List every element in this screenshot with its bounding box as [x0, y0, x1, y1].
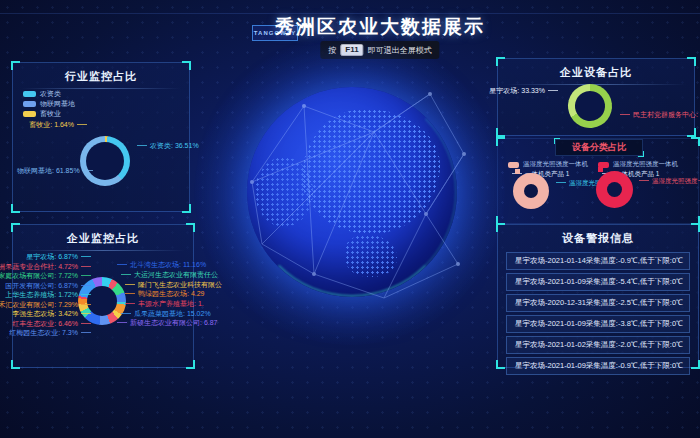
- legend-label: 温湿度光照强度一体机: [613, 160, 678, 169]
- chart-callout: 大运河生态农业有限责任公: [121, 271, 218, 279]
- legend-swatch: [23, 101, 36, 107]
- legend-label: 农资类: [40, 89, 61, 99]
- alarm-row: 星宇农场-2020-12-31采集温度:-2.5℃,低于下限:0℃: [506, 294, 690, 312]
- ring-notch: [598, 167, 603, 172]
- chart-callout: 物联网基地: 61.85%: [17, 167, 93, 175]
- corner-accent: [496, 137, 505, 146]
- page-title: 秀洲区农业大数据展示: [275, 14, 485, 40]
- legend-swatch: [508, 162, 519, 168]
- panel-title: 企业监控占比: [13, 231, 193, 246]
- panel-enterprise-monitor-ratio: 企业监控占比 星宇农场: 6.87% 秀洲果蔬专业合作社: 4.72% 家庭农场…: [12, 224, 194, 368]
- chart-callout: 中禾汇农业有限公司: 7.29%: [0, 301, 91, 309]
- corner-accent: [496, 223, 505, 232]
- donut-hole: [570, 86, 611, 127]
- legend-label: 温湿度光照强度一体机: [523, 160, 588, 169]
- alarm-row: 星宇农场-2021-01-14采集温度:-0.9℃,低于下限:0℃: [506, 252, 690, 270]
- alarm-list: 星宇农场-2021-01-14采集温度:-0.9℃,低于下限:0℃ 星宇农场-2…: [498, 252, 698, 375]
- chart-callout: 星宇农场: 33.33%: [489, 87, 558, 95]
- chart-callout: 秀洲果蔬专业合作社: 4.72%: [0, 263, 91, 271]
- legend-swatch: [23, 91, 36, 97]
- legend-item[interactable]: 物联网基地: [23, 99, 75, 109]
- chart-callout: 丰源水产养殖基地: 1.: [125, 300, 204, 308]
- donut-hole: [607, 182, 622, 197]
- corner-accent: [11, 223, 20, 232]
- corner-accent: [182, 61, 191, 70]
- classification-donut-1[interactable]: [513, 173, 549, 209]
- corner-accent: [186, 223, 195, 232]
- donut-hole: [87, 286, 117, 316]
- corner-accent: [691, 360, 700, 369]
- globe-network-mesh: [222, 62, 482, 322]
- corner-accent: [691, 137, 700, 146]
- chart-callout: 国开发有限公司: 6.87%: [5, 282, 91, 290]
- corner-accent: [496, 360, 505, 369]
- dashboard: TANGOWAY 秀洲区农业大数据展示 按 F11 即可退出全屏模式 行业监控占…: [0, 0, 700, 438]
- panel-title: 设备警报信息: [498, 231, 698, 246]
- section-title-text: 设备分类占比: [572, 142, 626, 152]
- chart-callout: 红丰生态农业: 6.46%: [12, 320, 91, 328]
- title-tick: [554, 138, 560, 144]
- corner-accent: [687, 128, 696, 137]
- chart-callout: 瓜果蔬菜园基地: 15.02%: [121, 310, 211, 318]
- chart-callout: 北斗湾生态农场: 11.16%: [117, 261, 206, 269]
- section-title: 设备分类占比: [555, 139, 643, 156]
- corner-accent: [687, 57, 696, 66]
- alarm-row: 星宇农场-2021-01-09采集温度:-5.4℃,低于下限:0℃: [506, 273, 690, 291]
- alarm-row: 星宇农场-2021-01-09采集温度:-3.8℃,低于下限:0℃: [506, 315, 690, 333]
- legend-label: 畜牧业: [40, 109, 61, 119]
- corner-accent: [11, 204, 20, 213]
- corner-accent: [11, 61, 20, 70]
- panel-title: 行业监控占比: [13, 69, 189, 84]
- classification-donut-2[interactable]: [596, 171, 633, 208]
- legend-swatch: [23, 111, 36, 117]
- legend-item[interactable]: 畜牧业: [23, 109, 61, 119]
- alarm-row: 星宇农场-2021-01-09采集温度:-0.9℃,低于下限:0℃: [506, 357, 690, 375]
- panel-device-alarms: 设备警报信息 星宇农场-2021-01-14采集温度:-0.9℃,低于下限:0℃…: [497, 224, 699, 368]
- corner-accent: [496, 57, 505, 66]
- chart-callout: 农资类: 36.51%: [137, 142, 199, 150]
- title-underline: [21, 250, 185, 251]
- panel-equipment-ratio: 企业设备占比 星宇农场: 33.33% 民主村党群服务中心:: [497, 58, 695, 136]
- chart-callout: 畜牧业: 1.64%: [29, 121, 87, 129]
- corner-accent: [186, 360, 195, 369]
- legend-item[interactable]: 农资类: [23, 89, 61, 99]
- chart-callout: 隆门飞生态农业科技有限公: [125, 281, 222, 289]
- legend-item[interactable]: 温湿度光照强度一体机: [508, 160, 588, 169]
- alarm-row: 星宇农场-2021-01-02采集温度:-2.0℃,低于下限:0℃: [506, 336, 690, 354]
- corner-accent: [691, 223, 700, 232]
- industry-donut-chart[interactable]: [80, 136, 130, 186]
- chart-callout: 星宇农场: 6.87%: [26, 253, 91, 261]
- chart-callout: 家庭农场有限公司: 7.72%: [0, 272, 91, 280]
- corner-accent: [496, 128, 505, 137]
- corner-accent: [11, 360, 20, 369]
- ring-notch: [515, 169, 520, 174]
- chart-callout: 温湿度光照强度一—: [639, 177, 700, 186]
- panel-title: 企业设备占比: [498, 65, 694, 80]
- corner-accent: [182, 204, 191, 213]
- legend-label: 物联网基地: [40, 99, 75, 109]
- legend-item[interactable]: 温湿度光照强度一体机: [598, 160, 678, 169]
- chart-callout: 上华生态养殖场: 1.72%: [5, 291, 91, 299]
- panel-industry-monitor-ratio: 行业监控占比 农资类 物联网基地 畜牧业 畜牧业: 1.64% 农资类: 36.…: [12, 62, 190, 212]
- panel-device-classification: 设备分类占比 温湿度光照强度一体机 一体机类产品 1 温湿度光照强度一— 温湿度…: [497, 138, 699, 224]
- chart-callout: 鸭绿园生态农场: 4.29: [125, 290, 205, 298]
- donut-hole: [524, 184, 538, 198]
- chart-callout: 李强生态农场: 3.42%: [12, 310, 91, 318]
- chart-callout: 民主村党群服务中心:: [620, 111, 698, 119]
- chart-callout: 新硕生态农业有限公司: 6.87: [117, 319, 218, 327]
- title-tick: [638, 151, 644, 157]
- chart-callout: 红梅园生态农业: 7.3%: [9, 329, 91, 337]
